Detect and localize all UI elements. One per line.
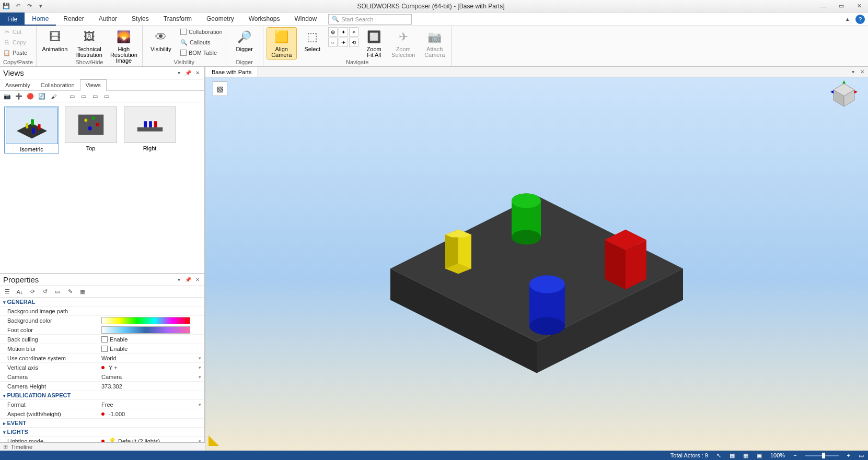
prop-tool-5[interactable]: ▭ xyxy=(53,288,62,296)
property-group-header[interactable]: LIGHTS xyxy=(0,428,204,437)
viewport-corner-button[interactable]: ▧ xyxy=(213,81,227,96)
view-thumb-right[interactable]: Right xyxy=(122,107,177,154)
panel-menu-icon[interactable]: ▾ xyxy=(175,69,182,77)
property-row[interactable]: Foot color xyxy=(0,325,204,335)
status-extra-icon[interactable]: ▭ xyxy=(854,452,868,459)
zoom-fit-button[interactable]: 🔲Zoom Fit All xyxy=(363,27,386,60)
status-grid2-icon[interactable]: ▦ xyxy=(739,452,753,459)
zoom-in-icon[interactable]: + xyxy=(843,452,854,458)
property-group-header[interactable]: GENERAL xyxy=(0,298,204,306)
collapse-ribbon-icon[interactable]: ▴ xyxy=(843,15,852,24)
tab-render[interactable]: Render xyxy=(56,13,91,26)
viewport-close-icon[interactable]: ✕ xyxy=(859,68,866,76)
tab-home[interactable]: Home xyxy=(25,13,56,26)
property-row[interactable]: CameraCamera▾ xyxy=(0,372,204,382)
property-value[interactable] xyxy=(99,317,204,324)
views-tool-4[interactable]: 🔄 xyxy=(38,92,46,101)
panel-pin-icon[interactable]: 📌 xyxy=(184,276,192,284)
property-row[interactable]: FormatFree▾ xyxy=(0,400,204,409)
callouts-toggle[interactable]: 🔍Callouts xyxy=(180,38,223,47)
checkbox-icon[interactable] xyxy=(101,336,108,343)
view-thumb-top[interactable]: Top xyxy=(63,107,118,154)
views-tool-3[interactable]: 🔴 xyxy=(26,92,34,101)
dropdown-icon[interactable]: ▾ xyxy=(199,356,201,361)
prop-tool-2[interactable]: A↓ xyxy=(16,288,24,296)
nav-mini-2[interactable]: ✦ xyxy=(339,27,348,37)
attach-camera-button[interactable]: 📷Attach Camera xyxy=(421,27,448,60)
views-tab-collaboration[interactable]: Collaboration xyxy=(36,79,80,90)
search-input[interactable]: 🔍 Start Search xyxy=(328,14,412,25)
property-value[interactable]: Free▾ xyxy=(99,402,204,408)
save-icon[interactable]: 💾 xyxy=(2,2,10,10)
close-button[interactable]: ✕ xyxy=(852,2,866,10)
property-row[interactable]: Aspect (width/height)-1.000 xyxy=(0,409,204,419)
property-group-header[interactable]: EVENT xyxy=(0,419,204,428)
dropdown-icon[interactable]: ▾ xyxy=(199,374,201,380)
copy-button[interactable]: ⎘Copy xyxy=(3,38,27,47)
property-row[interactable]: Back culling Enable xyxy=(0,335,204,344)
views-tool-8[interactable]: ▭ xyxy=(91,92,99,101)
nav-mini-3[interactable]: ✧ xyxy=(349,27,358,37)
animation-button[interactable]: 🎞Animation xyxy=(40,27,70,54)
prop-tool-3[interactable]: ⟳ xyxy=(28,288,37,296)
checkbox-icon[interactable] xyxy=(101,346,108,352)
property-value[interactable]: World▾ xyxy=(99,355,204,361)
views-tool-1[interactable]: 📷 xyxy=(3,92,11,101)
prop-tool-1[interactable]: ☰ xyxy=(3,288,11,296)
panel-close-icon[interactable]: ✕ xyxy=(194,276,201,284)
nav-mini-5[interactable]: ✈ xyxy=(339,38,348,47)
qat-more-icon[interactable]: ▾ xyxy=(37,2,45,10)
views-tab-views[interactable]: Views xyxy=(80,79,107,91)
prop-tool-6[interactable]: ✎ xyxy=(66,288,74,296)
property-row[interactable]: Background color xyxy=(0,316,204,325)
select-button[interactable]: ⬚Select xyxy=(301,27,324,54)
property-row[interactable]: Background image path xyxy=(0,306,204,316)
viewport-tab[interactable]: Base with Parts xyxy=(205,67,258,77)
property-row[interactable]: Vertical axisY +▾ xyxy=(0,363,204,372)
panel-close-icon[interactable]: ✕ xyxy=(194,69,201,77)
paste-button[interactable]: 📋Paste xyxy=(3,48,27,57)
bom-table-toggle[interactable]: BOM Table xyxy=(180,48,223,57)
file-tab[interactable]: File xyxy=(0,13,25,26)
views-tool-7[interactable]: ▭ xyxy=(79,92,88,101)
views-tab-assembly[interactable]: Assembly xyxy=(0,79,36,90)
property-value[interactable]: 373.302 xyxy=(99,383,204,390)
nav-mini-6[interactable]: ⟲ xyxy=(349,38,358,47)
zoom-slider[interactable] xyxy=(801,455,843,456)
status-cursor-icon[interactable]: ↖ xyxy=(712,452,725,459)
visibility-button[interactable]: 👁Visibility xyxy=(146,27,176,54)
color-gradient[interactable] xyxy=(101,317,190,324)
tab-transform[interactable]: Transform xyxy=(156,13,199,26)
color-gradient[interactable] xyxy=(101,326,190,334)
panel-menu-icon[interactable]: ▾ xyxy=(175,276,182,284)
zoom-selection-button[interactable]: ✈Zoom Selection xyxy=(390,27,417,60)
prop-tool-7[interactable]: ▦ xyxy=(78,288,87,296)
timeline-expand-icon[interactable]: ⊞ xyxy=(3,443,8,450)
redo-icon[interactable]: ↷ xyxy=(25,2,33,10)
digger-button[interactable]: 🔎Digger xyxy=(229,27,260,54)
help-icon[interactable]: ? xyxy=(855,15,865,24)
dropdown-icon[interactable]: ▾ xyxy=(199,365,201,370)
property-value[interactable] xyxy=(99,326,204,334)
tab-geometry[interactable]: Geometry xyxy=(199,13,241,26)
status-cube-icon[interactable]: ▣ xyxy=(753,452,766,459)
maximize-button[interactable]: ▭ xyxy=(835,2,848,10)
views-tool-2[interactable]: ➕ xyxy=(15,92,23,101)
property-value[interactable]: Camera▾ xyxy=(99,374,204,380)
property-value[interactable]: Y +▾ xyxy=(99,364,204,371)
viewport[interactable]: Base with Parts ▾ ✕ ▧ xyxy=(205,67,868,451)
prop-tool-4[interactable]: ↺ xyxy=(41,288,49,296)
nav-mini-1[interactable]: ⊕ xyxy=(328,27,338,37)
views-tool-5[interactable]: 🖌 xyxy=(49,92,57,101)
tab-workshops[interactable]: Workshops xyxy=(241,13,287,26)
panel-pin-icon[interactable]: 📌 xyxy=(184,69,192,77)
tab-styles[interactable]: Styles xyxy=(124,13,156,26)
property-row[interactable]: Camera Height373.302 xyxy=(0,382,204,391)
zoom-out-icon[interactable]: − xyxy=(789,452,801,458)
collaboration-toggle[interactable]: Collaboration xyxy=(180,27,223,37)
status-grid-icon[interactable]: ▦ xyxy=(725,452,739,459)
views-tool-6[interactable]: ▭ xyxy=(68,92,76,101)
viewport-menu-icon[interactable]: ▾ xyxy=(849,68,857,76)
property-row[interactable]: Motion blur Enable xyxy=(0,344,204,353)
view-thumb-isometric[interactable]: Isometric xyxy=(4,107,59,154)
